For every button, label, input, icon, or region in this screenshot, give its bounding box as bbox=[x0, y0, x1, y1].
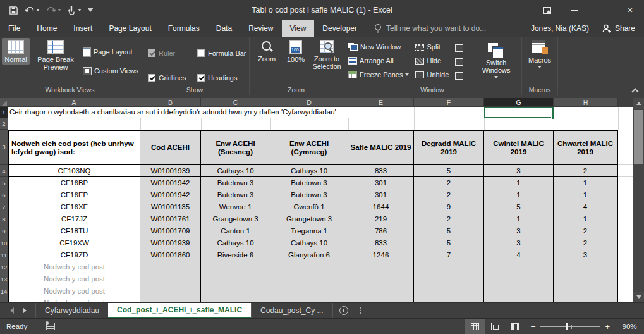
worksheet-grid[interactable]: Ceir rhagor o wybodaeth a chanllawiau ar… bbox=[8, 107, 633, 302]
empty-cell[interactable] bbox=[618, 285, 633, 297]
cell[interactable]: 301 bbox=[348, 177, 414, 189]
cell[interactable] bbox=[270, 273, 348, 285]
cell[interactable] bbox=[270, 297, 348, 302]
cell[interactable] bbox=[348, 285, 414, 297]
cell[interactable] bbox=[484, 285, 554, 297]
freeze-panes-button[interactable]: Freeze Panes bbox=[347, 68, 410, 81]
cell[interactable]: 2 bbox=[414, 189, 484, 201]
row-2[interactable] bbox=[8, 118, 633, 130]
cell[interactable] bbox=[140, 261, 201, 273]
table-header-cell[interactable]: Enw ACEHI (Cymraeg) bbox=[270, 130, 348, 165]
cell[interactable]: Cathays 10 bbox=[201, 237, 270, 249]
status-page-break-button[interactable] bbox=[505, 319, 525, 334]
cell[interactable]: 5 bbox=[414, 237, 484, 249]
empty-cell[interactable] bbox=[618, 201, 633, 213]
macro-record-icon[interactable] bbox=[46, 323, 55, 330]
cell[interactable]: 1 bbox=[484, 177, 554, 189]
cell[interactable]: Grangetown 3 bbox=[270, 213, 348, 225]
table-header-cell[interactable]: Nodwch eich cod post (heb unrhyw lefydd … bbox=[8, 130, 140, 165]
row-header-13[interactable]: 13 bbox=[0, 273, 8, 285]
synchronous-scrolling-button[interactable] bbox=[454, 55, 465, 68]
cell[interactable] bbox=[140, 285, 201, 297]
empty-cell[interactable] bbox=[618, 189, 633, 201]
empty-cell[interactable] bbox=[618, 273, 633, 285]
cell[interactable]: Riverside 6 bbox=[201, 249, 270, 261]
postcode-placeholder-cell[interactable]: Nodwch y cod post bbox=[8, 285, 140, 297]
gridlines-checkbox[interactable]: Gridlines bbox=[148, 74, 197, 82]
empty-cell[interactable] bbox=[618, 225, 633, 237]
cell[interactable]: 1 bbox=[554, 189, 618, 201]
zoom-to-selection-button[interactable]: Zoom to Selection bbox=[311, 38, 343, 71]
row-header-4[interactable]: 4 bbox=[0, 165, 8, 177]
cell[interactable]: Gwenfô 1 bbox=[270, 201, 348, 213]
zoom-slider[interactable] bbox=[540, 319, 600, 334]
row-header-6[interactable]: 6 bbox=[0, 189, 8, 201]
cell[interactable]: CF103NQ bbox=[8, 165, 140, 177]
cell[interactable] bbox=[414, 285, 484, 297]
new-sheet-button[interactable] bbox=[333, 303, 355, 318]
cell[interactable] bbox=[348, 297, 414, 302]
sheet-tab-3[interactable]: Codau_post_Cy ... bbox=[251, 303, 332, 318]
empty-cell[interactable] bbox=[618, 261, 633, 273]
row-header-10[interactable]: 10 bbox=[0, 237, 8, 249]
cell[interactable]: W01001860 bbox=[140, 249, 201, 261]
ribbon-display-options-button[interactable] bbox=[533, 0, 561, 20]
tell-me-box[interactable]: Tell me what you want to do... bbox=[374, 20, 486, 37]
cell[interactable]: 2 bbox=[554, 225, 618, 237]
cell[interactable] bbox=[554, 261, 618, 273]
view-side-by-side-button[interactable] bbox=[454, 41, 465, 54]
fill-handle[interactable] bbox=[551, 116, 555, 120]
cell[interactable]: Cathays 10 bbox=[270, 165, 348, 177]
row-header-3[interactable]: 3 bbox=[0, 130, 8, 165]
cell[interactable]: 1644 bbox=[348, 201, 414, 213]
macros-button[interactable]: Macros bbox=[526, 38, 554, 70]
cell[interactable]: W01001942 bbox=[140, 177, 201, 189]
cell[interactable]: 1 bbox=[554, 213, 618, 225]
cell[interactable] bbox=[348, 261, 414, 273]
custom-views-button[interactable]: Custom Views bbox=[82, 65, 140, 77]
column-header-H[interactable]: H bbox=[554, 98, 618, 107]
column-header-C[interactable]: C bbox=[201, 98, 270, 107]
cell[interactable]: 2 bbox=[414, 213, 484, 225]
cell[interactable]: 5 bbox=[414, 165, 484, 177]
zoom-level-label[interactable]: 90% bbox=[615, 323, 644, 330]
table-header-cell[interactable]: Cod ACEHI bbox=[140, 130, 201, 165]
cell[interactable] bbox=[140, 297, 201, 302]
cell[interactable] bbox=[201, 273, 270, 285]
ribbon-tab-home[interactable]: Home bbox=[28, 20, 65, 37]
cell[interactable]: CF19ZD bbox=[8, 249, 140, 261]
cell[interactable]: 1 bbox=[554, 177, 618, 189]
cell[interactable]: 3 bbox=[554, 249, 618, 261]
row-header-8[interactable]: 8 bbox=[0, 213, 8, 225]
table-header-cell[interactable]: Chwartel MALIC 2019 bbox=[554, 130, 618, 165]
cell[interactable]: W01001939 bbox=[140, 165, 201, 177]
page-layout-view-button[interactable]: Page Layout bbox=[82, 46, 140, 58]
cell[interactable]: 5 bbox=[484, 201, 554, 213]
cell[interactable]: 833 bbox=[348, 165, 414, 177]
cell[interactable] bbox=[201, 285, 270, 297]
close-button[interactable]: × bbox=[616, 0, 644, 20]
row-header-5[interactable]: 5 bbox=[0, 177, 8, 189]
cell[interactable]: 2 bbox=[414, 177, 484, 189]
zoom-in-button[interactable]: + bbox=[600, 322, 615, 331]
row-header-7[interactable]: 7 bbox=[0, 201, 8, 213]
minimize-button[interactable] bbox=[561, 0, 588, 20]
cell[interactable]: W01001939 bbox=[140, 237, 201, 249]
empty-cell[interactable] bbox=[618, 297, 633, 302]
cell[interactable]: 3 bbox=[484, 165, 554, 177]
cell[interactable]: 1246 bbox=[348, 249, 414, 261]
ribbon-tab-formulas[interactable]: Formulas bbox=[160, 20, 208, 37]
table-header-cell[interactable]: Cwintel MALIC 2019 bbox=[484, 130, 554, 165]
ribbon-tab-view[interactable]: View bbox=[282, 20, 315, 37]
ruler-checkbox[interactable]: Ruler bbox=[148, 49, 197, 57]
scroll-down-button[interactable] bbox=[633, 292, 644, 302]
status-page-layout-button[interactable] bbox=[485, 319, 505, 334]
collapse-ribbon-icon[interactable] bbox=[633, 87, 638, 92]
sheet-tab-2[interactable]: Cod_post_i_ACEHI_i_safle_MALIC bbox=[108, 303, 251, 318]
cell[interactable]: W01001761 bbox=[140, 213, 201, 225]
user-account[interactable]: Jones, Nia (KAS) bbox=[523, 20, 597, 37]
empty-cell[interactable] bbox=[618, 165, 633, 177]
status-normal-view-button[interactable] bbox=[465, 319, 485, 334]
cell[interactable]: 7 bbox=[414, 249, 484, 261]
cell[interactable] bbox=[414, 273, 484, 285]
